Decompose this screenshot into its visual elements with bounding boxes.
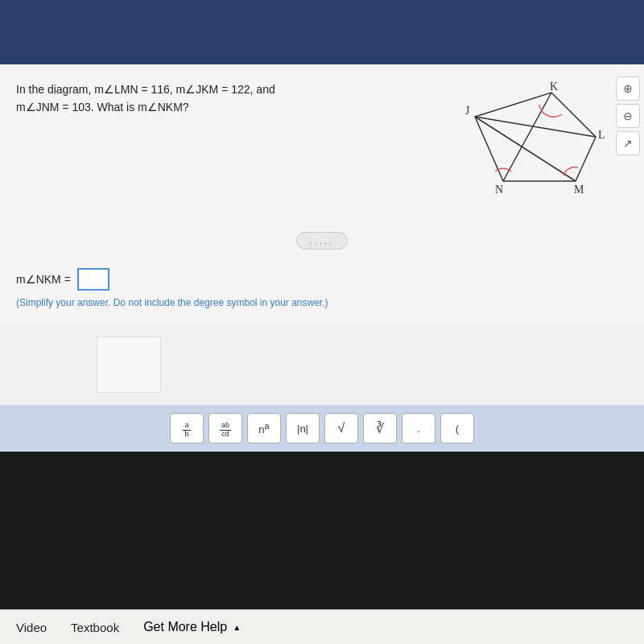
zoom-in-button[interactable]: ⊕	[616, 76, 640, 101]
dot-icon: .	[417, 423, 420, 435]
exponent-button[interactable]: na	[247, 413, 281, 444]
diagonal-jl	[475, 117, 596, 137]
get-more-help-label: Get More Help	[143, 620, 227, 634]
get-more-help-button[interactable]: Get More Help ▲	[143, 620, 241, 634]
question-line1: In the diagram, m∠LMN = 116, m∠JKM = 122…	[16, 80, 427, 98]
bottom-bar: Video Textbook Get More Help ▲	[0, 609, 644, 644]
cbrt-icon: ∛	[376, 421, 384, 436]
side-buttons: ⊕ ⊖ ↗	[616, 76, 640, 155]
question-area: In the diagram, m∠LMN = 116, m∠JKM = 122…	[0, 64, 644, 225]
paren-icon: (	[456, 423, 459, 435]
top-bar	[0, 0, 644, 64]
label-m: M	[574, 184, 584, 196]
diagram-container: J K L M N	[443, 80, 628, 213]
fraction-complex-icon: abcd	[220, 418, 231, 439]
paren-button[interactable]: (	[440, 413, 474, 444]
fraction-simple-button[interactable]: ab	[170, 413, 204, 444]
zoom-out-icon: ⊖	[623, 109, 633, 122]
textbook-link[interactable]: Textbook	[71, 621, 119, 634]
absolute-value-icon: |n|	[297, 423, 308, 435]
answer-row: m∠NKM =	[16, 268, 628, 291]
cbrt-button[interactable]: ∛	[363, 413, 397, 444]
diagonal-jm	[475, 117, 576, 181]
fraction-complex-button[interactable]: abcd	[208, 413, 242, 444]
ghost-rectangle	[97, 336, 161, 393]
math-toolbar: ab abcd na |n| √ ∛ . (	[0, 405, 644, 452]
expand-button[interactable]: ↗	[616, 131, 640, 155]
fraction-simple-icon: ab	[183, 418, 190, 439]
divider-area: .....	[0, 225, 644, 256]
label-l: L	[598, 129, 605, 141]
expand-dots-button[interactable]: .....	[296, 232, 348, 250]
geometry-diagram: J K L M N	[443, 80, 620, 209]
label-j: J	[465, 105, 470, 117]
video-link[interactable]: Video	[16, 621, 47, 634]
absolute-value-button[interactable]: |n|	[286, 413, 320, 444]
label-n: N	[495, 184, 503, 196]
hint-text: (Simplify your answer. Do not include th…	[16, 297, 628, 308]
label-k: K	[550, 80, 558, 93]
expand-icon: ↗	[623, 137, 633, 150]
sqrt-button[interactable]: √	[324, 413, 358, 444]
question-line2: m∠JNM = 103. What is m∠NKM?	[16, 98, 427, 116]
exponent-icon: na	[258, 421, 269, 436]
zoom-out-button[interactable]: ⊖	[616, 104, 640, 128]
zoom-in-icon: ⊕	[623, 82, 633, 95]
spacer-area	[0, 324, 644, 405]
answer-label: m∠NKM =	[16, 273, 71, 286]
dots-label: .....	[310, 236, 334, 246]
dot-button[interactable]: .	[402, 413, 436, 444]
arc-k	[539, 105, 562, 117]
sqrt-icon: √	[338, 421, 345, 436]
answer-area: m∠NKM = (Simplify your answer. Do not in…	[0, 256, 644, 324]
help-arrow-icon: ▲	[233, 623, 241, 632]
answer-input[interactable]	[77, 268, 109, 291]
question-text: In the diagram, m∠LMN = 116, m∠JKM = 122…	[16, 80, 443, 117]
